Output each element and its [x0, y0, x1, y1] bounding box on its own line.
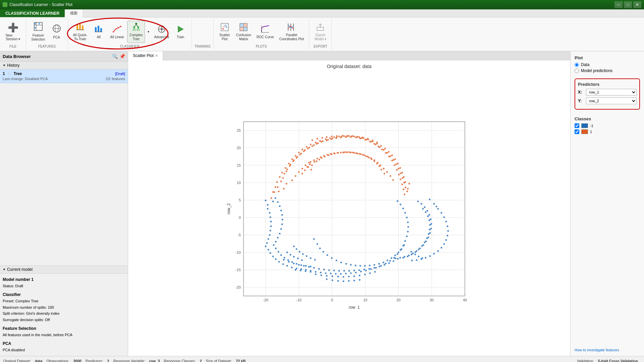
complex-tree-button[interactable]: ComplexTree [127, 21, 145, 43]
svg-point-212 [313, 160, 315, 161]
x-predictor-select[interactable]: row_1 row_2 [586, 89, 637, 96]
svg-point-416 [425, 257, 427, 259]
svg-point-453 [369, 268, 370, 270]
tab-label: Scatter Plot [133, 53, 154, 58]
svg-point-197 [374, 143, 375, 145]
export-group-label: EXPORT [314, 43, 327, 48]
class-1-checkbox[interactable] [575, 129, 579, 134]
model-radio[interactable] [575, 69, 579, 73]
svg-point-465 [411, 251, 412, 253]
complex-tree-expand[interactable]: ▾ [146, 29, 151, 35]
feature-selection-section: Feature Selection [3, 325, 125, 332]
all-quick-button[interactable]: All Quick-To-Train [71, 21, 90, 43]
svg-point-508 [436, 206, 437, 207]
svg-point-247 [312, 139, 313, 141]
new-session-button[interactable]: ➕ NewSession ▾ [3, 21, 23, 43]
svg-point-295 [269, 212, 271, 214]
svg-point-312 [296, 268, 298, 269]
roc-curve-button[interactable]: ROC Curve [254, 23, 276, 41]
current-model-section: ▼ Current model Model number 1 Status: D… [0, 265, 128, 356]
data-radio-label[interactable]: Data [575, 62, 640, 67]
svg-point-407 [447, 226, 448, 227]
svg-text:20: 20 [396, 298, 400, 302]
svg-point-375 [430, 228, 432, 230]
predictors-label: Predictors: [86, 359, 103, 362]
all-button[interactable]: All [90, 23, 107, 41]
scatter-plot-tab[interactable]: Scatter Plot ✕ [128, 51, 163, 60]
svg-point-183 [307, 148, 309, 149]
svg-rect-52 [240, 27, 243, 31]
close-button[interactable]: ✕ [633, 1, 641, 8]
current-model-toggle[interactable]: ▼ Current model [0, 266, 128, 274]
svg-point-207 [401, 184, 403, 185]
svg-text:5: 5 [239, 198, 241, 202]
svg-point-422 [326, 275, 328, 277]
train-button[interactable]: Train [172, 23, 189, 41]
tab-close-button[interactable]: ✕ [155, 54, 158, 58]
svg-point-288 [308, 166, 309, 168]
svg-point-440 [303, 265, 305, 267]
all-linear-button[interactable]: All Linear [108, 23, 126, 41]
svg-point-432 [295, 269, 297, 271]
sidebar-pin-btn[interactable]: 📌 [119, 53, 125, 59]
svg-point-350 [370, 268, 372, 270]
scatter-plot-button[interactable]: ScatterPlot [216, 21, 233, 43]
ribbon-tabs: CLASSIFICATION LEARNER 视图 [0, 9, 644, 17]
data-radio[interactable] [575, 63, 579, 67]
svg-point-340 [320, 272, 322, 274]
history-toggle[interactable]: ▼ History [0, 62, 128, 69]
confusion-matrix-button[interactable]: ConfusionMatrix [234, 21, 254, 43]
investigate-link[interactable]: How to investigate features [575, 348, 640, 352]
svg-point-176 [282, 177, 284, 179]
svg-point-181 [299, 154, 301, 156]
svg-point-274 [345, 152, 347, 153]
minimize-button[interactable]: ─ [614, 1, 623, 8]
svg-point-437 [288, 261, 290, 263]
svg-point-505 [359, 279, 361, 281]
svg-point-371 [427, 210, 428, 212]
export-model-button[interactable]: ExportModel ▾ [312, 21, 329, 43]
sidebar-search-btn[interactable]: 🔍 [112, 53, 118, 59]
history-num: 1 [3, 71, 5, 76]
svg-point-446 [333, 270, 335, 272]
svg-point-276 [352, 152, 354, 154]
feature-selection-button[interactable]: FeatureSelection [29, 20, 47, 43]
svg-point-195 [365, 139, 366, 141]
class-neg1-label: -1 [590, 124, 593, 128]
svg-point-374 [431, 223, 432, 225]
svg-point-103 [281, 172, 283, 174]
svg-point-289 [311, 169, 312, 171]
svg-point-254 [347, 135, 348, 137]
svg-point-420 [315, 274, 317, 275]
svg-point-209 [404, 194, 406, 195]
svg-point-235 [302, 168, 303, 170]
class-neg1-checkbox[interactable] [575, 123, 579, 128]
parallel-coordinates-button[interactable]: ParallelCoordinates Plot [277, 21, 306, 43]
svg-point-257 [362, 137, 364, 138]
svg-point-140 [286, 169, 288, 170]
history-star: ☆ [7, 71, 11, 76]
maximize-button[interactable]: □ [624, 1, 632, 8]
history-item[interactable]: 1 ☆ Tree [Draft] Last change: Disabled P… [0, 69, 128, 83]
svg-point-283 [374, 161, 375, 162]
validation-value: 5-fold Cross Validation [598, 359, 638, 362]
svg-point-474 [331, 257, 333, 259]
svg-point-488 [394, 255, 396, 256]
ribbon-tab-view[interactable]: 视图 [65, 9, 83, 17]
model-radio-label[interactable]: Model predictions [575, 68, 640, 73]
svg-point-492 [293, 246, 295, 247]
y-predictor-select[interactable]: row_1 row_2 [586, 98, 637, 104]
svg-point-236 [305, 165, 307, 166]
svg-point-292 [265, 200, 267, 201]
svg-point-369 [421, 203, 422, 205]
pca-detail: PCA disabled [3, 347, 125, 353]
svg-point-403 [437, 208, 439, 210]
svg-point-138 [280, 181, 282, 182]
svg-point-500 [332, 280, 333, 281]
advanced-button[interactable]: Advanced [152, 23, 171, 41]
expand-icon: ▾ [148, 30, 149, 34]
pca-button[interactable]: PCA [48, 22, 65, 41]
svg-point-392 [429, 224, 431, 226]
svg-point-464 [301, 259, 303, 261]
svg-point-450 [354, 270, 355, 272]
